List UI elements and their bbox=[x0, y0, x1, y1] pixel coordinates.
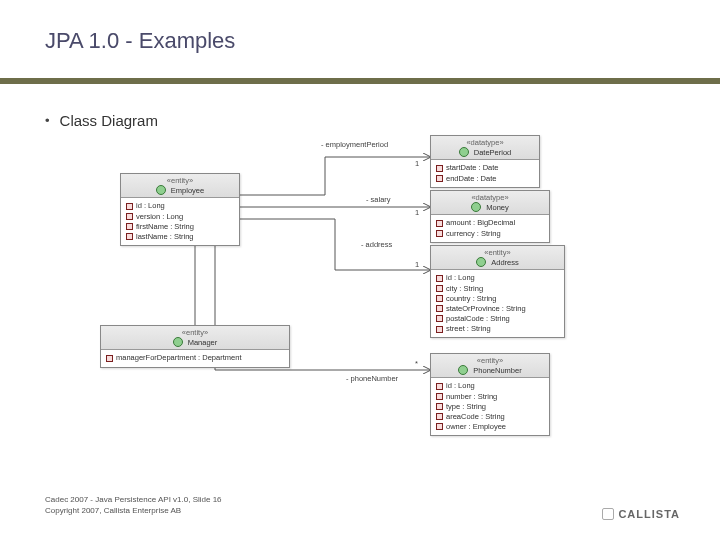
logo-text: CALLISTA bbox=[618, 508, 680, 520]
assoc-salary-label: - salary bbox=[365, 195, 392, 204]
class-attr: id : Long bbox=[436, 273, 559, 283]
assoc-address-label: - address bbox=[360, 240, 393, 249]
class-header: «datatype» Money bbox=[431, 191, 549, 215]
assoc-phonenumber-mult: * bbox=[414, 359, 419, 368]
stereotype-label: «datatype» bbox=[435, 193, 545, 202]
class-attr: lastName : String bbox=[126, 232, 234, 242]
class-attr: id : Long bbox=[126, 201, 234, 211]
assoc-salary-mult: 1 bbox=[414, 208, 420, 217]
visibility-icon bbox=[436, 295, 443, 302]
class-attr: version : Long bbox=[126, 212, 234, 222]
footer-text: Cadec 2007 - Java Persistence API v1.0, … bbox=[45, 495, 222, 516]
assoc-phonenumber-label: - phoneNumber bbox=[345, 374, 399, 383]
class-attr: postalCode : String bbox=[436, 314, 559, 324]
attr-text: lastName : String bbox=[136, 232, 194, 242]
footer-line1: Cadec 2007 - Java Persistence API v1.0, … bbox=[45, 495, 222, 505]
class-name: Address bbox=[491, 258, 519, 267]
footer-line2: Copyright 2007, Callista Enterprise AB bbox=[45, 506, 222, 516]
visibility-icon bbox=[126, 233, 133, 240]
attr-text: startDate : Date bbox=[446, 163, 499, 173]
title-divider bbox=[0, 78, 720, 84]
bullet-icon: • bbox=[45, 113, 50, 128]
class-body: amount : BigDecimal currency : String bbox=[431, 215, 549, 241]
visibility-icon bbox=[436, 285, 443, 292]
attr-text: amount : BigDecimal bbox=[446, 218, 515, 228]
attr-text: id : Long bbox=[446, 273, 475, 283]
class-attr: type : String bbox=[436, 402, 544, 412]
class-header: «entity» Manager bbox=[101, 326, 289, 350]
attr-text: version : Long bbox=[136, 212, 183, 222]
class-name: Manager bbox=[188, 338, 218, 347]
assoc-employmentperiod-label: - employmentPeriod bbox=[320, 140, 389, 149]
bullet-item: • Class Diagram bbox=[45, 112, 158, 129]
class-attr: managerForDepartment : Department bbox=[106, 353, 284, 363]
attr-text: country : String bbox=[446, 294, 496, 304]
visibility-icon bbox=[436, 383, 443, 390]
attr-text: areaCode : String bbox=[446, 412, 505, 422]
class-name: Money bbox=[486, 203, 509, 212]
stereotype-label: «entity» bbox=[105, 328, 285, 337]
class-attr: number : String bbox=[436, 392, 544, 402]
visibility-icon bbox=[126, 213, 133, 220]
class-attr: currency : String bbox=[436, 229, 544, 239]
uml-diagram: «entity» Employee id : Long version : Lo… bbox=[120, 135, 590, 475]
attr-text: id : Long bbox=[136, 201, 165, 211]
stereotype-label: «entity» bbox=[125, 176, 235, 185]
stereotype-label: «datatype» bbox=[435, 138, 535, 147]
class-attr: startDate : Date bbox=[436, 163, 534, 173]
visibility-icon bbox=[106, 355, 113, 362]
class-header: «datatype» DatePeriod bbox=[431, 136, 539, 160]
class-header: «entity» PhoneNumber bbox=[431, 354, 549, 378]
stereotype-label: «entity» bbox=[435, 248, 560, 257]
attr-text: currency : String bbox=[446, 229, 501, 239]
visibility-icon bbox=[126, 203, 133, 210]
attr-text: firstName : String bbox=[136, 222, 194, 232]
attr-text: city : String bbox=[446, 284, 483, 294]
class-body: startDate : Date endDate : Date bbox=[431, 160, 539, 186]
class-attr: areaCode : String bbox=[436, 412, 544, 422]
attr-text: street : String bbox=[446, 324, 491, 334]
visibility-icon bbox=[436, 413, 443, 420]
visibility-icon bbox=[436, 275, 443, 282]
class-attr: id : Long bbox=[436, 381, 544, 391]
stereotype-label: «entity» bbox=[435, 356, 545, 365]
visibility-icon bbox=[436, 326, 443, 333]
class-body: id : Long city : String country : String… bbox=[431, 270, 564, 337]
page-title: JPA 1.0 - Examples bbox=[45, 28, 235, 54]
class-icon bbox=[471, 202, 481, 212]
logo-icon bbox=[602, 508, 614, 520]
visibility-icon bbox=[436, 393, 443, 400]
bullet-text: Class Diagram bbox=[60, 112, 158, 129]
class-employee: «entity» Employee id : Long version : Lo… bbox=[120, 173, 240, 246]
attr-text: endDate : Date bbox=[446, 174, 496, 184]
class-attr: endDate : Date bbox=[436, 174, 534, 184]
visibility-icon bbox=[436, 165, 443, 172]
class-header: «entity» Employee bbox=[121, 174, 239, 198]
class-manager: «entity» Manager managerForDepartment : … bbox=[100, 325, 290, 368]
assoc-employmentperiod-mult: 1 bbox=[414, 159, 420, 168]
visibility-icon bbox=[436, 175, 443, 182]
attr-text: number : String bbox=[446, 392, 497, 402]
class-attr: country : String bbox=[436, 294, 559, 304]
class-body: id : Long version : Long firstName : Str… bbox=[121, 198, 239, 245]
class-attr: firstName : String bbox=[126, 222, 234, 232]
class-body: managerForDepartment : Department bbox=[101, 350, 289, 366]
attr-text: id : Long bbox=[446, 381, 475, 391]
visibility-icon bbox=[436, 220, 443, 227]
visibility-icon bbox=[436, 403, 443, 410]
class-icon bbox=[459, 147, 469, 157]
class-attr: owner : Employee bbox=[436, 422, 544, 432]
class-icon bbox=[458, 365, 468, 375]
visibility-icon bbox=[436, 315, 443, 322]
attr-text: stateOrProvince : String bbox=[446, 304, 526, 314]
class-address: «entity» Address id : Long city : String… bbox=[430, 245, 565, 338]
class-name: DatePeriod bbox=[474, 148, 512, 157]
class-name: PhoneNumber bbox=[473, 366, 521, 375]
class-header: «entity» Address bbox=[431, 246, 564, 270]
attr-text: managerForDepartment : Department bbox=[116, 353, 241, 363]
class-icon bbox=[156, 185, 166, 195]
class-attr: stateOrProvince : String bbox=[436, 304, 559, 314]
class-icon bbox=[173, 337, 183, 347]
attr-text: owner : Employee bbox=[446, 422, 506, 432]
visibility-icon bbox=[436, 305, 443, 312]
